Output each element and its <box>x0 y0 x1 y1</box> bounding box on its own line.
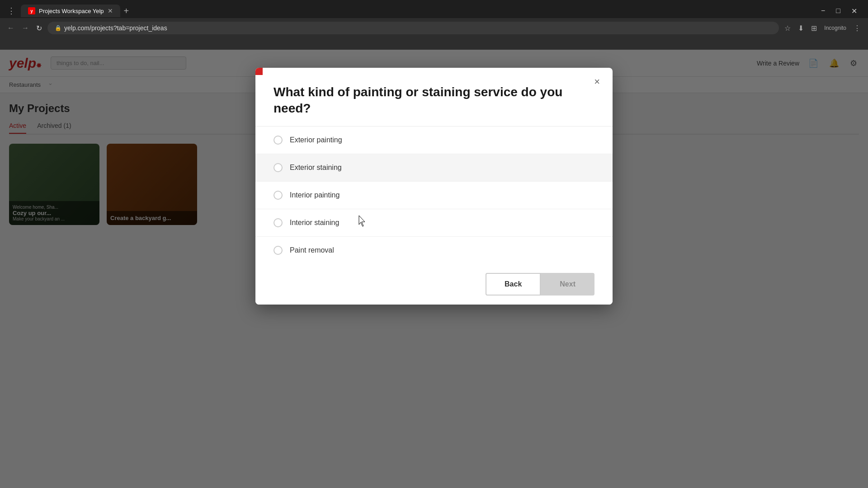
download-icon[interactable]: ⬇ <box>796 22 806 34</box>
radio-exterior-painting[interactable] <box>274 136 283 145</box>
modal-body: Exterior painting Exterior staining Inte… <box>255 127 613 264</box>
back-button[interactable]: Back <box>486 273 541 296</box>
bookmark-star-icon[interactable]: ☆ <box>783 22 793 34</box>
modal-header: What kind of painting or staining servic… <box>255 68 613 127</box>
radio-interior-staining[interactable] <box>274 218 283 227</box>
forward-nav-btn[interactable]: → <box>20 22 31 34</box>
option-label-exterior-painting: Exterior painting <box>290 136 342 144</box>
option-row-exterior-staining[interactable]: Exterior staining <box>255 154 613 182</box>
browser-chrome: ⋮ y Projects Workspace Yelp ✕ + − □ ✕ ← … <box>0 0 868 50</box>
next-button[interactable]: Next <box>541 273 594 296</box>
option-row-interior-painting[interactable]: Interior painting <box>255 182 613 209</box>
url-text: yelp.com/projects?tab=project_ideas <box>64 24 167 32</box>
radio-paint-removal[interactable] <box>274 246 283 255</box>
new-tab-btn[interactable]: + <box>120 4 133 18</box>
back-nav-btn[interactable]: ← <box>5 22 16 34</box>
window-controls: − □ ✕ <box>817 6 864 16</box>
tab-bar: ⋮ y Projects Workspace Yelp ✕ + − □ ✕ <box>0 0 868 18</box>
option-label-interior-staining: Interior staining <box>290 219 339 227</box>
modal-close-btn[interactable]: × <box>590 75 604 89</box>
incognito-label: Incognito <box>822 23 848 33</box>
tab-title: Projects Workspace Yelp <box>39 8 104 14</box>
option-label-interior-painting: Interior painting <box>290 191 340 199</box>
close-btn[interactable]: ✕ <box>848 6 861 16</box>
address-actions: ☆ ⬇ ⊞ Incognito ⋮ <box>783 22 863 34</box>
refresh-btn[interactable]: ↻ <box>34 22 44 34</box>
tab-close-btn[interactable]: ✕ <box>108 7 113 14</box>
lock-icon: 🔒 <box>55 25 61 31</box>
radio-interior-painting[interactable] <box>274 191 283 200</box>
active-tab[interactable]: y Projects Workspace Yelp ✕ <box>21 5 120 17</box>
address-input[interactable]: 🔒 yelp.com/projects?tab=project_ideas <box>47 22 779 34</box>
tab-favicon: y <box>28 7 35 14</box>
radio-exterior-staining[interactable] <box>274 163 283 172</box>
option-row-paint-removal[interactable]: Paint removal <box>255 237 613 264</box>
address-bar: ← → ↻ 🔒 yelp.com/projects?tab=project_id… <box>0 18 868 38</box>
option-row-interior-staining[interactable]: Interior staining <box>255 209 613 237</box>
option-label-paint-removal: Paint removal <box>290 246 334 254</box>
option-label-exterior-staining: Exterior staining <box>290 164 342 172</box>
menu-icon[interactable]: ⋮ <box>852 22 863 34</box>
browser-menu-btn[interactable]: ⋮ <box>4 4 19 18</box>
maximize-btn[interactable]: □ <box>832 6 844 16</box>
red-indicator <box>255 68 263 75</box>
modal-footer: Back Next <box>255 264 613 305</box>
minimize-btn[interactable]: − <box>817 6 829 16</box>
extensions-icon[interactable]: ⊞ <box>809 22 819 34</box>
modal-title: What kind of painting or staining servic… <box>274 84 594 117</box>
modal-dialog: × What kind of painting or staining serv… <box>255 68 613 305</box>
modal-overlay: × What kind of painting or staining serv… <box>0 50 868 488</box>
option-row-exterior-painting[interactable]: Exterior painting <box>255 127 613 154</box>
